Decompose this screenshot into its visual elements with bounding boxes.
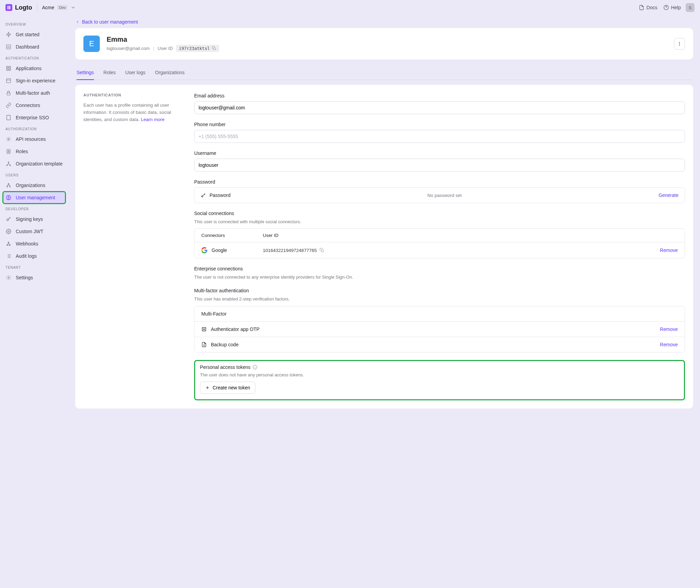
pat-label: Personal access tokens — [200, 364, 251, 370]
svg-rect-43 — [214, 48, 216, 50]
copy-icon[interactable] — [212, 46, 216, 51]
section-overview: OVERVIEW — [3, 19, 66, 28]
nav-custom-jwt[interactable]: Custom JWT — [3, 225, 66, 238]
nav-audit-logs[interactable]: Audit logs — [3, 250, 66, 262]
chevron-left-icon — [75, 19, 80, 24]
svg-point-28 — [10, 186, 11, 187]
pat-section: Personal access tokens The user does not… — [194, 360, 685, 400]
nav-signin-exp[interactable]: Sign-in experience — [3, 75, 66, 87]
nav-roles[interactable]: Roles — [3, 145, 66, 158]
separator: | — [153, 46, 154, 51]
backup-code-icon — [201, 342, 207, 347]
nav-org-template[interactable]: Organization template — [3, 158, 66, 170]
user-avatar-large: E — [83, 36, 100, 52]
back-link[interactable]: Back to user management — [75, 19, 138, 25]
more-actions-button[interactable] — [674, 38, 685, 50]
nav-api-resources[interactable]: API resources — [3, 133, 66, 145]
nav-mfa[interactable]: Multi-factor auth — [3, 87, 66, 99]
mfa-row-otp: Authenticator app OTP Remove — [194, 322, 685, 337]
settings-icon — [6, 275, 11, 280]
svg-rect-11 — [9, 69, 11, 70]
social-row-google: Google 101643221949724877765 Remove — [194, 242, 685, 258]
create-token-button[interactable]: Create new token — [200, 382, 255, 394]
nav-label: User management — [16, 195, 55, 200]
nav-enterprise-sso[interactable]: Enterprise SSO — [3, 111, 66, 124]
building-icon — [6, 115, 11, 120]
nav-settings[interactable]: Settings — [3, 271, 66, 284]
user-circle-icon — [6, 195, 11, 200]
svg-point-44 — [679, 42, 680, 43]
user-id-value: i97r23atktsl — [179, 46, 210, 51]
nav-webhooks[interactable]: Webhooks — [3, 238, 66, 250]
tab-roles[interactable]: Roles — [104, 66, 116, 80]
remove-connector-link[interactable]: Remove — [660, 248, 678, 253]
svg-point-33 — [7, 245, 8, 246]
connector-name: Google — [212, 248, 227, 253]
svg-rect-49 — [202, 327, 206, 331]
remove-backup-link[interactable]: Remove — [660, 342, 678, 347]
content-card: AUTHENTICATION Each user has a profile c… — [75, 85, 693, 409]
email-input[interactable] — [194, 101, 685, 114]
phone-input[interactable] — [194, 130, 685, 143]
chart-icon — [6, 44, 11, 50]
learn-more-link[interactable]: Learn more — [141, 117, 164, 122]
nav-organizations[interactable]: Organizations — [3, 179, 66, 191]
main-content: Back to user management E Emma logtouser… — [68, 15, 700, 588]
chevron-down-icon — [70, 5, 76, 10]
social-label: Social connections — [194, 211, 685, 216]
nav-label: Roles — [16, 149, 28, 154]
svg-point-22 — [8, 150, 9, 151]
user-avatar[interactable]: S — [686, 3, 695, 12]
nav-label: Webhooks — [16, 241, 38, 246]
user-header-card: E Emma logtouser@gmail.com | User ID i97… — [75, 28, 693, 59]
nav-label: Connectors — [16, 103, 40, 108]
tab-organizations[interactable]: Organizations — [155, 66, 185, 80]
password-field-label: Password — [210, 192, 230, 198]
remove-otp-link[interactable]: Remove — [660, 326, 678, 332]
svg-point-30 — [8, 197, 9, 198]
layout-icon — [6, 78, 11, 83]
org-icon — [6, 183, 11, 188]
social-table: Connectors User ID Google 10164 — [194, 228, 685, 258]
flag-icon — [6, 32, 11, 37]
lock-icon — [6, 90, 11, 96]
nav-label: Sign-in experience — [16, 78, 55, 83]
svg-point-25 — [10, 165, 11, 166]
password-label: Password — [194, 179, 685, 185]
svg-rect-48 — [321, 250, 323, 252]
mfa-table: Multi-Factor Authenticator app OTP Remov… — [194, 306, 685, 352]
sidebar: OVERVIEW Get started Dashboard AUTHENTIC… — [0, 15, 68, 588]
copy-icon[interactable] — [320, 248, 324, 253]
logo-icon — [5, 4, 12, 11]
svg-point-45 — [679, 43, 680, 44]
nav-signing-keys[interactable]: Signing keys — [3, 213, 66, 225]
svg-rect-8 — [6, 66, 8, 68]
create-token-label: Create new token — [213, 385, 250, 390]
tab-settings[interactable]: Settings — [77, 66, 94, 80]
docs-link[interactable]: Docs — [639, 5, 657, 10]
nav-connectors[interactable]: Connectors — [3, 99, 66, 111]
key-small-icon — [201, 192, 206, 198]
info-icon[interactable] — [253, 365, 257, 370]
help-link[interactable]: Help — [663, 5, 681, 10]
svg-point-23 — [8, 162, 9, 163]
password-status: No password set — [235, 193, 654, 198]
svg-point-35 — [8, 242, 9, 243]
nav-label: Audit logs — [16, 253, 37, 259]
nav-label: API resources — [16, 136, 46, 142]
generate-password-link[interactable]: Generate — [659, 192, 678, 198]
svg-point-20 — [8, 138, 9, 140]
svg-rect-12 — [6, 79, 11, 83]
nav-dashboard[interactable]: Dashboard — [3, 41, 66, 53]
tenant-selector[interactable]: Acme Dev — [42, 5, 76, 10]
logo[interactable]: Logto — [5, 4, 32, 11]
enterprise-desc: The user is not connected to any enterpr… — [194, 274, 685, 280]
username-input[interactable] — [194, 159, 685, 172]
nav-applications[interactable]: Applications — [3, 62, 66, 75]
nav-label: Get started — [16, 32, 39, 37]
svg-point-24 — [6, 165, 8, 166]
nav-label: Dashboard — [16, 44, 39, 50]
tab-user-logs[interactable]: User logs — [125, 66, 145, 80]
nav-user-management[interactable]: User management — [3, 191, 66, 204]
nav-get-started[interactable]: Get started — [3, 28, 66, 41]
